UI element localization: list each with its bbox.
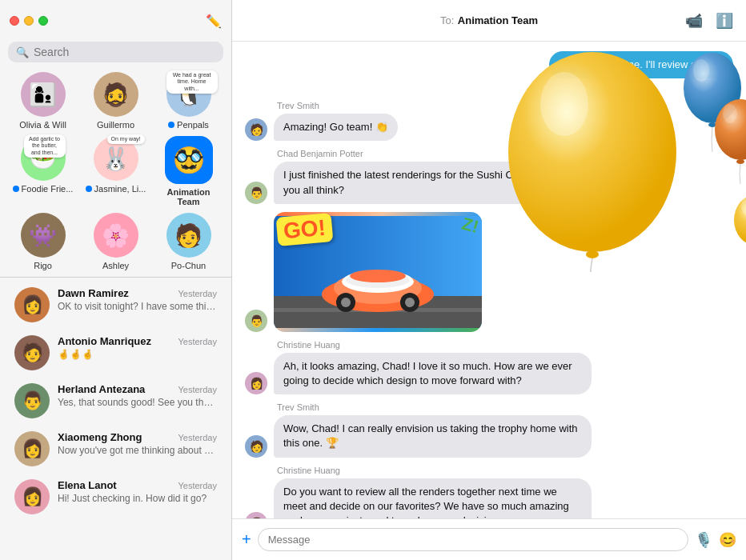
sender-name-m2: Trev Smith (277, 101, 398, 110)
message-row-m7: 👩 Christine Huang Do you want to review … (245, 466, 733, 519)
penpals-bubble: We had a great time. Home with... (166, 70, 218, 94)
message-row-m4: 👨 GO! Z! (245, 212, 733, 332)
contact-name-penpals: Penpals (168, 120, 209, 130)
bubble-m5: Ah, it looks amazing, Chad! I love it so… (274, 353, 592, 394)
chat-header: To: Animation Team 📹 ℹ️ (232, 0, 746, 42)
sidebar-item-jasmine[interactable]: 🐰 On my way! Jasmine, Li... (84, 136, 148, 206)
pinned-row-2: 🥗 Add garlic to the butter, and then... … (0, 133, 231, 210)
sidebar: ✏️ 🔍 👩‍👦 Olivia & Will 🧔 Guillermo (0, 0, 232, 560)
msg-content-xiaomeng: Xiaomeng Zhong Yesterday Now you've got … (58, 431, 217, 456)
video-call-icon[interactable]: 📹 (685, 12, 703, 30)
bubble-group-m4: GO! Z! (274, 212, 482, 332)
list-item-antonio[interactable]: 🧑 Antonio Manriquez Yesterday 🤞🤞🤞 (5, 329, 227, 377)
avatar-christine-1: 👩 (245, 372, 267, 394)
avatar-elena: 👩 (14, 479, 50, 514)
bubble-m1: Thanks, Christine. I'll review shortly. (549, 51, 733, 78)
bubble-group-m1: Thanks, Christine. I'll review shortly. (549, 51, 733, 78)
message-row-m5: 👩 Christine Huang Ah, it looks amazing, … (245, 340, 733, 394)
sidebar-item-guillermo[interactable]: 🧔 Guillermo (84, 72, 148, 130)
list-item-elena[interactable]: 👩 Elena Lanot Yesterday Hi! Just checkin… (5, 473, 227, 521)
chat-input-icons: 🎙️ 😊 (695, 531, 736, 549)
msg-time-elena: Yesterday (178, 481, 217, 490)
message-list: 👩 Dawn Ramirez Yesterday OK to visit ton… (0, 281, 231, 560)
search-bar[interactable]: 🔍 (8, 42, 223, 62)
msg-time-dawn: Yesterday (178, 289, 217, 298)
sidebar-item-rigo[interactable]: 👾 Rigo (11, 213, 75, 270)
avatar-chad-2: 👨 (245, 310, 267, 332)
sender-name-m3: Chad Benjamin Potter (277, 149, 592, 158)
msg-name-elena: Elena Lanot (58, 479, 117, 491)
contact-name-rigo: Rigo (34, 261, 52, 270)
contact-name-foodie: Foodie Frie... (13, 184, 74, 194)
bubble-group-m2: Trev Smith Amazing! Go team! 👏 (274, 101, 398, 141)
msg-preview-herland: Yes, that sounds good! See you then. (58, 397, 217, 408)
msg-time-herland: Yesterday (178, 385, 217, 394)
chat-header-icons: 📹 ℹ️ (685, 12, 733, 30)
bubble-m3: I just finished the latest renderings fo… (274, 162, 592, 203)
sidebar-item-po-chun[interactable]: 🧑 Po-Chun (157, 213, 221, 270)
msg-content-antonio: Antonio Manriquez Yesterday 🤞🤞🤞 (58, 335, 217, 360)
svg-point-7 (350, 270, 406, 282)
message-row-m2: 🧑 Trev Smith Amazing! Go team! 👏 (245, 101, 733, 141)
chat-input-area: + 🎙️ 😊 (232, 518, 746, 560)
avatar-chad-1: 👨 (245, 182, 267, 204)
bubble-group-m6: Trev Smith Wow, Chad! I can really envis… (274, 402, 592, 457)
contact-name-po-chun: Po-Chun (171, 261, 206, 270)
msg-content-dawn: Dawn Ramirez Yesterday OK to visit tonig… (58, 287, 217, 312)
sidebar-item-penpals[interactable]: 🐧 We had a great time. Home with... Penp… (157, 72, 221, 130)
avatar-trev-1: 🧑 (245, 118, 267, 141)
msg-name-xiaomeng: Xiaomeng Zhong (58, 431, 142, 443)
sidebar-item-ashley[interactable]: 🌸 Ashley (84, 213, 148, 270)
svg-point-11 (405, 298, 415, 307)
sidebar-item-animation-team[interactable]: 🥸 Animation Team (157, 136, 221, 206)
contact-name-olivia-will: Olivia & Will (19, 120, 66, 130)
msg-name-herland: Herland Antezana (58, 383, 145, 395)
avatar-dawn: 👩 (14, 287, 50, 322)
voice-input-icon[interactable]: 🎙️ (695, 531, 712, 549)
close-button[interactable] (10, 16, 19, 26)
msg-time-xiaomeng: Yesterday (178, 433, 217, 442)
message-input[interactable] (258, 528, 688, 551)
message-row-m3: 👨 Chad Benjamin Potter I just finished t… (245, 149, 733, 203)
traffic-lights (10, 16, 48, 26)
message-row-m1: Thanks, Christine. I'll review shortly. (245, 51, 733, 78)
divider (0, 277, 231, 278)
avatar-trev-2: 🧑 (245, 435, 267, 458)
bubble-m2: Amazing! Go team! 👏 (274, 114, 398, 141)
msg-content-herland: Herland Antezana Yesterday Yes, that sou… (58, 383, 217, 408)
sender-name-m6: Trev Smith (277, 402, 592, 412)
chat-panel: To: Animation Team 📹 ℹ️ Thanks, Christin… (232, 0, 746, 560)
sidebar-item-olivia-will[interactable]: 👩‍👦 Olivia & Will (11, 72, 75, 130)
search-input[interactable] (34, 46, 215, 58)
msg-name-dawn: Dawn Ramirez (58, 287, 129, 299)
pinned-row-3: 👾 Rigo 🌸 Ashley 🧑 Po-Chun (0, 210, 231, 274)
svg-point-9 (341, 298, 351, 307)
contact-name-jasmine: Jasmine, Li... (86, 184, 146, 194)
msg-preview-xiaomeng: Now you've got me thinking about my next… (58, 445, 217, 456)
compose-icon[interactable]: ✏️ (206, 14, 222, 29)
chat-messages: Thanks, Christine. I'll review shortly. … (232, 42, 746, 518)
msg-preview-dawn: OK to visit tonight? I have some things … (58, 301, 217, 312)
avatar-christine-2: 👩 (245, 512, 267, 518)
bubble-group-m5: Christine Huang Ah, it looks amazing, Ch… (274, 340, 592, 394)
list-item-xiaomeng[interactable]: 👩 Xiaomeng Zhong Yesterday Now you've go… (5, 425, 227, 473)
avatar-herland: 👨 (14, 383, 50, 418)
message-row-m6: 🧑 Trev Smith Wow, Chad! I can really env… (245, 402, 733, 457)
fullscreen-button[interactable] (38, 16, 48, 26)
minimize-button[interactable] (24, 16, 34, 26)
msg-preview-antonio: 🤞🤞🤞 (58, 349, 217, 360)
bubble-group-m3: Chad Benjamin Potter I just finished the… (274, 149, 592, 203)
sidebar-item-foodie-friends[interactable]: 🥗 Add garlic to the butter, and then... … (11, 136, 75, 206)
list-item-herland[interactable]: 👨 Herland Antezana Yesterday Yes, that s… (5, 377, 227, 425)
avatar-antonio: 🧑 (14, 335, 50, 370)
pinned-row-1: 👩‍👦 Olivia & Will 🧔 Guillermo 🐧 We had a… (0, 69, 231, 133)
msg-time-antonio: Yesterday (178, 337, 217, 346)
list-item-dawn[interactable]: 👩 Dawn Ramirez Yesterday OK to visit ton… (5, 281, 227, 329)
bubble-m6: Wow, Chad! I can really envision us taki… (274, 415, 592, 457)
sushi-image[interactable]: GO! Z! (274, 212, 482, 332)
titlebar: ✏️ (0, 0, 231, 42)
info-icon[interactable]: ℹ️ (716, 12, 733, 30)
chat-to-label: To: (440, 14, 454, 26)
emoji-icon[interactable]: 😊 (719, 531, 736, 549)
add-attachment-button[interactable]: + (242, 530, 251, 549)
